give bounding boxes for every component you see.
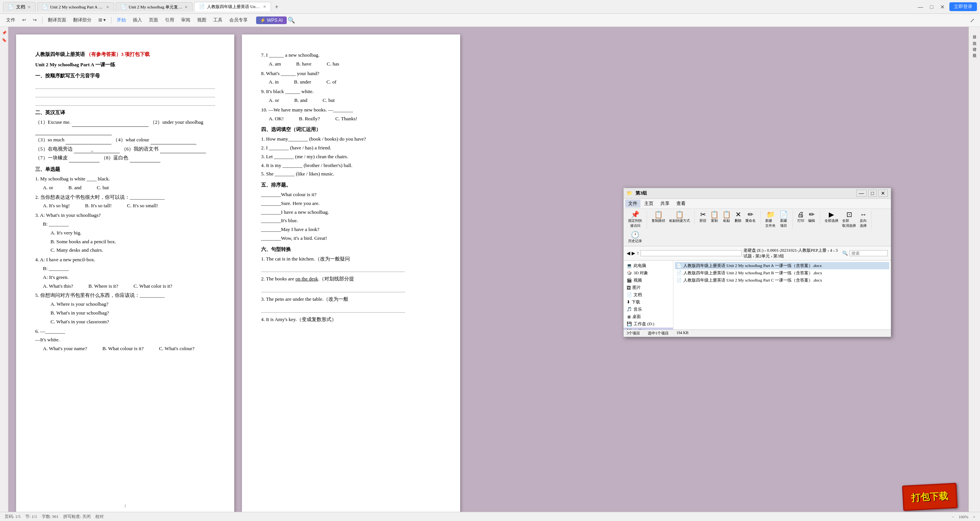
sent3: 3. The pens are under the table.（改为一般 bbox=[261, 295, 441, 303]
tab-doc-close[interactable]: ✕ bbox=[28, 5, 31, 9]
toolbar-translate2[interactable]: 翻译部分 bbox=[70, 16, 95, 25]
toolbar-start[interactable]: 开始 bbox=[114, 16, 129, 25]
fe-close-btn[interactable]: ✕ bbox=[878, 190, 888, 197]
close-btn[interactable]: ✕ bbox=[938, 3, 947, 11]
fe-btn-pin[interactable]: 📌 固定到快速访问 bbox=[627, 210, 644, 229]
fe-invertselect-label: 反向选择 bbox=[860, 218, 867, 228]
search-button[interactable]: 🔍 bbox=[287, 16, 295, 24]
fe-sidebar-3d[interactable]: 🎲 3D 对象 bbox=[624, 269, 673, 277]
tab-2[interactable]: 📄 Unit 2 My schoolbag 单元复习—— ✕ bbox=[116, 2, 193, 11]
fe-btn-delete[interactable]: ✕ 删除 bbox=[733, 210, 743, 224]
fe-sidebar-old[interactable]: 💾 老硬盘 (E:) bbox=[624, 328, 673, 329]
fe-btn-rename[interactable]: ✏ 重命名 bbox=[744, 210, 757, 224]
fe-tab-view[interactable]: 查看 bbox=[673, 200, 689, 208]
fe-btn-paste[interactable]: 📋 粘贴 bbox=[721, 210, 732, 224]
toolbar-view[interactable]: 视图 bbox=[194, 16, 209, 25]
fe-back-btn[interactable]: ◀ bbox=[627, 251, 630, 256]
fe-file-2[interactable]: 📄 人教版四年级上册英语 Unit 2 My schoolbag Part B … bbox=[675, 269, 889, 277]
toolbar-translate[interactable]: 翻译页面 bbox=[45, 16, 69, 25]
q6-b1: B. What colour is it? bbox=[102, 345, 144, 353]
fe-btn-paste-shortcut[interactable]: 📋 粘贴快捷方式 bbox=[668, 210, 691, 224]
fe-btn-copy-path[interactable]: 📋 复制路径 bbox=[650, 210, 667, 224]
rq7: 7. I ______ a new schoolbag. A. am B. ha… bbox=[261, 51, 441, 68]
fe-btn-deselectall[interactable]: ⊡ 全部取消选择 bbox=[841, 210, 858, 229]
fe-tab-file[interactable]: 文件 bbox=[625, 200, 640, 208]
fe-sidebar-pic[interactable]: 🖼 图片 bbox=[624, 284, 673, 291]
tab-doc[interactable]: 📄 文档 ✕ bbox=[3, 2, 36, 12]
sent4: 4. It is Amy's key.（变成复数形式） bbox=[261, 316, 441, 324]
tool-btn-3[interactable]: 修订 bbox=[971, 43, 978, 46]
fe-maximize-btn[interactable]: □ bbox=[868, 190, 877, 197]
tab-1-close[interactable]: ✕ bbox=[106, 5, 109, 9]
fe-file-1[interactable]: 📄 人教版四年级上册英语 Unit 2 My schoolbag Part A … bbox=[675, 262, 889, 269]
wps-ai-label: WPS AI bbox=[267, 18, 283, 23]
fe-tab-share[interactable]: 共享 bbox=[657, 200, 673, 208]
fe-sidebar-doc[interactable]: 📄 文档 bbox=[624, 291, 673, 298]
new-tab-button[interactable]: + bbox=[273, 3, 281, 10]
tool-btn-1[interactable]: 目录 bbox=[971, 31, 978, 34]
fe-btn-newitem[interactable]: 📄 新建项目 bbox=[778, 210, 789, 229]
tool-btn-2[interactable]: 批注 bbox=[971, 37, 978, 40]
expand-button[interactable]: ⤢ bbox=[968, 16, 977, 24]
fe-btn-edit[interactable]: ✏ 编辑 bbox=[807, 210, 817, 224]
move-handle[interactable]: ⠿ bbox=[91, 149, 93, 156]
fe-btn-history[interactable]: 🕐 历史记录 bbox=[627, 231, 644, 244]
fe-up-btn[interactable]: ↑ bbox=[637, 251, 639, 256]
toolbar-tools[interactable]: 工具 bbox=[210, 16, 225, 25]
status-zoom-out[interactable]: − bbox=[952, 514, 954, 519]
minimize-btn[interactable]: — bbox=[916, 3, 926, 11]
fe-file-3[interactable]: 📄 人教版四年级上册英语 Unit 2 My schoolbag Part C … bbox=[675, 277, 889, 284]
fe-sidebar-pc[interactable]: 💻 此电脑 bbox=[624, 262, 673, 269]
q3: 3. A: What's in your schoolbags? B: ____… bbox=[35, 211, 215, 254]
fe-btn-print[interactable]: 🖨 打印 bbox=[796, 210, 806, 224]
fe-forward-btn[interactable]: ▶ bbox=[632, 251, 635, 256]
fe-btn-newfolder[interactable]: 📁 新建文件夹 bbox=[764, 210, 777, 229]
fe-sidebar-work[interactable]: 💾 工作盘 (D:) bbox=[624, 320, 673, 328]
download-stamp[interactable]: 打包下载 bbox=[902, 483, 957, 511]
fe-sidebar-video[interactable]: 🎬 视频 bbox=[624, 277, 673, 284]
fe-btn-copy[interactable]: 📋 复制 bbox=[709, 210, 720, 224]
rq7-choices: A. am B. have C. has bbox=[269, 60, 441, 68]
fe-sidebar-desktop[interactable]: 🖥 桌面 bbox=[624, 313, 673, 320]
status-right: − 100% + bbox=[952, 514, 975, 519]
status-zoom-in[interactable]: + bbox=[973, 514, 975, 519]
fe-minimize-btn[interactable]: — bbox=[856, 190, 867, 197]
rq8-text: 8. What's ______ your hand? bbox=[261, 70, 441, 78]
toolbar-reference[interactable]: 引用 bbox=[162, 16, 177, 25]
blank-4-1 bbox=[69, 154, 100, 162]
toolbar-redo[interactable]: ↪ bbox=[30, 16, 40, 24]
fe-tab-home[interactable]: 主页 bbox=[641, 200, 657, 208]
tool-btn-4[interactable]: 导航 bbox=[971, 49, 978, 52]
fe-sidebar-download[interactable]: ⬇ 下载 bbox=[624, 298, 673, 306]
tab-2-close[interactable]: ✕ bbox=[185, 5, 188, 9]
fe-btn-selectall[interactable]: ▶ 全部选择 bbox=[823, 210, 840, 229]
fe-btn-invertselect[interactable]: ↔ 反向选择 bbox=[858, 210, 868, 229]
toolbar-undo[interactable]: ↩ bbox=[19, 16, 29, 24]
fe-old-label: 老硬盘 (E:) bbox=[634, 328, 654, 329]
fe-download-label: 下载 bbox=[632, 299, 640, 305]
tab-3-close[interactable]: ✕ bbox=[263, 5, 266, 9]
toolbar-member[interactable]: 会员专享 bbox=[226, 16, 251, 25]
tab-3[interactable]: 📄 人教版四年级上册英语 Unit 2： ✕ bbox=[194, 2, 271, 11]
toolbar-page[interactable]: 页面 bbox=[146, 16, 161, 25]
fe-new-row: 📁 新建文件夹 📄 新建项目 bbox=[764, 210, 789, 229]
fe-btn-cut[interactable]: ✂ 剪切 bbox=[698, 210, 708, 224]
fe-search-input[interactable] bbox=[849, 250, 888, 256]
maximize-btn[interactable]: □ bbox=[928, 3, 936, 11]
q1-a: A. or bbox=[43, 184, 53, 192]
wps-ai-button[interactable]: ⚡ WPS AI bbox=[256, 16, 287, 24]
toolbar-insert[interactable]: 插入 bbox=[130, 16, 145, 25]
rq8-a: A. in bbox=[269, 78, 279, 86]
toolbar-file[interactable]: 文件 bbox=[3, 16, 18, 25]
fe-sidebar-music[interactable]: 🎵 音乐 bbox=[624, 306, 673, 313]
fe-address-input[interactable] bbox=[640, 250, 742, 256]
toolbar-review[interactable]: 审阅 bbox=[178, 16, 193, 25]
login-button[interactable]: 立即登录 bbox=[949, 2, 977, 11]
toolbar-view-icon[interactable]: ⊞ ▾ bbox=[95, 16, 109, 24]
fe-address-text: 老硬盘 (E:) › 0.0001-20231021-人教版PEP上册 › 4 … bbox=[743, 247, 841, 259]
blank-1-2 bbox=[35, 127, 112, 135]
rq8-choices: A. in B. under C. of bbox=[269, 78, 441, 86]
fe-3d-label: 3D 对象 bbox=[634, 270, 648, 276]
tab-1[interactable]: 📄 Unit 2 My schoolbag Part A 周练... ✕ bbox=[37, 2, 114, 11]
q1-choices: A. or B. and C. but bbox=[43, 184, 215, 192]
